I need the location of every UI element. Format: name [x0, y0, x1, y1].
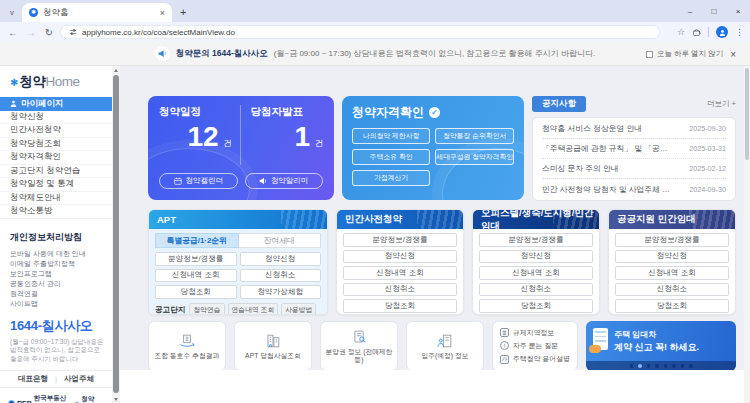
site-logo[interactable]: ✱ 청약 Home	[0, 73, 112, 93]
move-in-info-box[interactable]: 입주(예정) 정보	[406, 321, 484, 371]
apt-sale-info-button[interactable]: 분양정보/경쟁률	[155, 252, 237, 266]
page-scrollbar-thumb[interactable]	[745, 68, 749, 160]
apt-virtual-experience-button[interactable]: 청약가상체험	[240, 285, 322, 299]
officetel-winner-check-button[interactable]: 당첨조회	[479, 299, 593, 313]
page-footer-area	[120, 370, 750, 403]
privacy-policy-link[interactable]: 개인정보처리방침	[0, 231, 112, 244]
sidebar-item-practice[interactable]: 공고단지 청약연습	[0, 165, 112, 179]
site-info-icon[interactable]	[69, 28, 77, 36]
regulated-area-link[interactable]: 규제지역정보	[500, 328, 570, 338]
presale-apply-button[interactable]: 청약신청	[343, 250, 457, 264]
sidebar-scrollbar-thumb[interactable]	[113, 75, 119, 393]
household-qualification-button[interactable]: 세대구성원 청약자격확인	[435, 149, 514, 165]
presale-history-button[interactable]: 신청내역 조회	[343, 266, 457, 280]
profile-avatar[interactable]	[716, 26, 728, 38]
home-ownership-button[interactable]: 주택소유 확인	[352, 149, 430, 165]
notices-more-link[interactable]: 더보기 +	[707, 99, 736, 109]
rental-history-button[interactable]: 신청내역 조회	[615, 266, 729, 280]
rental-apply-button[interactable]: 청약신청	[615, 250, 729, 264]
carousel-dot[interactable]	[655, 364, 659, 368]
window-maximize-button[interactable]: □	[702, 7, 726, 16]
apt-winner-check-button[interactable]: 당첨조회	[155, 285, 237, 299]
presale-winner-check-button[interactable]: 당첨조회	[343, 299, 457, 313]
dismiss-today-checkbox[interactable]	[646, 51, 653, 58]
calendar-button[interactable]: 청약캘린더	[159, 173, 238, 189]
notice-phone-text: 청약문의 1644-칠사사오	[176, 48, 268, 60]
link-mobile-guide[interactable]: 모바일 사용에 대한 안내	[10, 249, 112, 259]
notice-item[interactable]: 스미싱 문자 주의 안내 2025-02-12	[542, 159, 726, 179]
dismiss-today-label[interactable]: 오늘 하루 열지 않기	[657, 49, 723, 59]
rental-sale-info-button[interactable]: 분양정보/경쟁률	[615, 233, 729, 247]
extensions-icon[interactable]	[692, 28, 701, 37]
lottery-result-box[interactable]: 조합 동호수 추첨결과	[148, 321, 226, 371]
notices-tab[interactable]: 공지사항	[532, 96, 586, 112]
scroll-up-arrow[interactable]	[112, 66, 120, 74]
rental-winner-check-button[interactable]: 당첨조회	[615, 299, 729, 313]
sidebar-item-schedule-stats[interactable]: 청약일정 및 통계	[0, 178, 112, 192]
sidebar-item-apply[interactable]: 청약신청	[0, 111, 112, 125]
carousel-dot[interactable]	[681, 364, 685, 368]
link-sitemap[interactable]: 사이트맵	[10, 299, 112, 309]
my-restrictions-button[interactable]: 나의청약 제한사항	[352, 128, 430, 144]
carousel-dot[interactable]	[664, 364, 668, 368]
apt-apply-button[interactable]: 청약신청	[240, 252, 322, 266]
address-bar[interactable]: applyhome.co.kr/co/coa/selectMainView.do	[60, 25, 660, 39]
carousel-dot[interactable]	[638, 364, 642, 368]
link-email-policy[interactable]: 이메일 추출방지정책	[10, 259, 112, 269]
forward-icon[interactable]: →	[24, 27, 38, 38]
apt-history-button[interactable]: 신청내역 조회	[155, 269, 237, 283]
account-rank-button[interactable]: 청약통장 순위확인서	[435, 128, 514, 144]
sidebar-item-qualification[interactable]: 청약자격확인	[0, 151, 112, 165]
presale-cancel-button[interactable]: 신청취소	[343, 283, 457, 297]
sidebar-item-mypage[interactable]: 마이페이지	[0, 97, 112, 111]
link-security-program[interactable]: 보안프로그램	[10, 269, 112, 279]
notice-item[interactable]: 민간 사전청약 당첨자 및 사업주체 안… 2024-09-30	[542, 179, 726, 199]
officetel-apply-button[interactable]: 청약신청	[479, 250, 593, 264]
faq-link[interactable]: ! 자주 묻는 질문	[500, 341, 570, 351]
rental-contract-banner[interactable]: 주택 임대차 계약 신고 꼭! 하세요.	[586, 321, 736, 371]
carousel-dot[interactable]	[672, 364, 676, 368]
apt-cancel-button[interactable]: 신청취소	[240, 269, 322, 283]
link-remote[interactable]: 원격연결	[10, 289, 112, 299]
officetel-history-button[interactable]: 신청내역 조회	[479, 266, 593, 280]
apt-tab-remaining-units[interactable]: 잔여세대	[239, 233, 322, 248]
carousel-dot[interactable]	[689, 364, 693, 368]
notice-item[interactable]: 청약홈 서비스 정상운영 안내 2025-09-30	[542, 119, 726, 139]
tab-search-chevron[interactable]: v	[4, 5, 20, 19]
apt-tab-special-supply[interactable]: 특별공급/1·2순위	[155, 233, 239, 248]
practice-apply-button[interactable]: 청약연습	[189, 303, 224, 316]
bookmark-star-icon[interactable]: ☆	[677, 27, 685, 37]
browser-menu-icon[interactable]: ⋮	[735, 27, 744, 37]
sidebar-item-winner-check[interactable]: 청약당첨조회	[0, 138, 112, 152]
sidebar-item-community[interactable]: 청약소통방	[0, 205, 112, 219]
officetel-cancel-button[interactable]: 신청취소	[479, 283, 593, 297]
window-close-button[interactable]: ×	[726, 7, 750, 16]
scroll-down-arrow[interactable]	[112, 395, 120, 403]
presale-sale-info-button[interactable]: 분양정보/경쟁률	[343, 233, 457, 247]
tab-close-icon[interactable]: ×	[160, 8, 165, 18]
officetel-sale-info-button[interactable]: 분양정보/경쟁률	[479, 233, 593, 247]
rental-cancel-button[interactable]: 신청취소	[615, 283, 729, 297]
browser-tab[interactable]: ✱ 청약홈 ×	[22, 3, 172, 22]
notice-close-icon[interactable]: ×	[730, 49, 736, 60]
sidebar-item-private-pre[interactable]: 민간사전청약	[0, 124, 112, 138]
sidebar-item-system-guide[interactable]: 청약제도안내	[0, 192, 112, 206]
score-calculator-button[interactable]: 가점계산기	[352, 170, 430, 186]
business-entity-button[interactable]: 사업주체	[64, 374, 94, 384]
carousel-dot[interactable]	[647, 364, 651, 368]
new-tab-button[interactable]: +	[180, 6, 186, 18]
window-minimize-button[interactable]: –	[678, 7, 702, 16]
resale-right-info-box[interactable]: 분양권 정보 (전매제한 등)	[320, 321, 398, 371]
practice-howto-button[interactable]: 사용방법	[281, 303, 316, 316]
link-certificate[interactable]: 공동인증서 관리	[10, 279, 112, 289]
terms-glossary-link[interactable]: 가 주택청약 용어설명	[500, 354, 570, 364]
reload-icon[interactable]: ↻	[42, 27, 56, 38]
practice-history-button[interactable]: 연습내역 조회	[228, 303, 279, 316]
winner-count: 1	[294, 121, 310, 152]
notice-item[interactable]: 「주택공급에 관한 규칙」 및 「공공주… 2025-03-31	[542, 139, 726, 159]
apt-winning-check-box[interactable]: APT 당첨사실조회	[234, 321, 312, 371]
bank-list-button[interactable]: 대표은행	[18, 374, 48, 384]
back-icon[interactable]: ←	[6, 27, 20, 38]
alarm-button[interactable]: 청약알리미	[245, 173, 324, 189]
carousel-dot[interactable]	[630, 364, 634, 368]
